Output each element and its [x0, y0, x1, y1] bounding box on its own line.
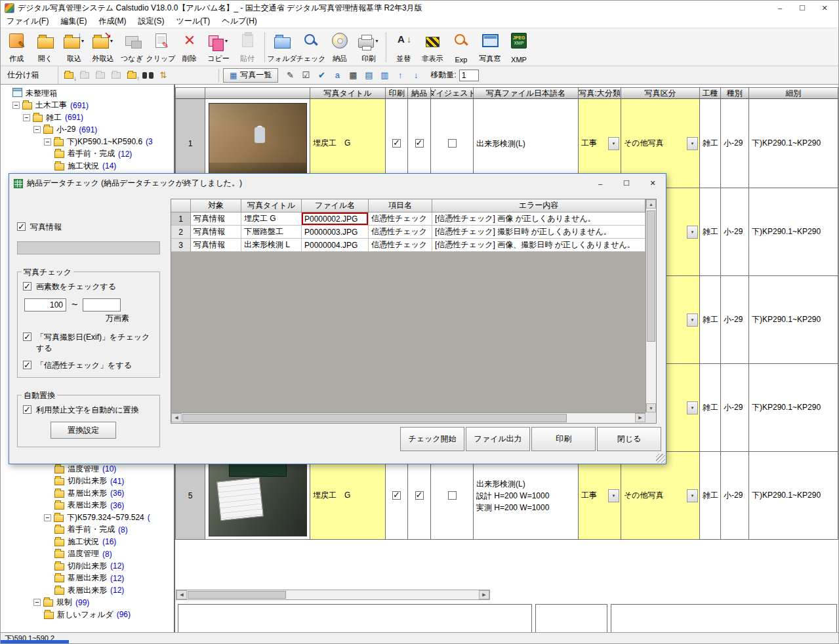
move-amount-input[interactable]: [459, 70, 479, 81]
scroll-right-icon[interactable]: ▶: [635, 413, 645, 422]
move-down-button[interactable]: ↓: [409, 68, 423, 83]
check-mark-button[interactable]: ✔: [314, 68, 329, 83]
tree-item[interactable]: 下)KP590.1~KP590.6(3: [1, 136, 174, 148]
close-button[interactable]: 閉じる: [597, 427, 661, 451]
tree-item[interactable]: 小-29(691): [1, 124, 174, 136]
koushu-cell[interactable]: 雑工: [700, 452, 721, 540]
tree-expander-icon[interactable]: [23, 114, 30, 121]
scroll-up-icon[interactable]: ▲: [646, 199, 656, 209]
hide-button[interactable]: 非表示: [418, 29, 447, 65]
tree-item[interactable]: 新しいフォルダ(96): [1, 609, 174, 621]
open-button[interactable]: 開く: [31, 29, 60, 65]
scroll-left-icon[interactable]: ◀: [171, 413, 182, 422]
error-row[interactable]: 2写真情報下層路盤工P0000003.JPG信憑性チェック[信憑性チェック] 撮…: [171, 226, 645, 239]
menu-create[interactable]: 作成(M): [92, 14, 132, 28]
error-cell[interactable]: 信憑性チェック: [369, 226, 432, 239]
error-row[interactable]: 3写真情報出来形検測 LP0000004.JPG信憑性チェック[信憑性チェック]…: [171, 239, 645, 252]
menu-help[interactable]: ヘルプ(H): [216, 14, 263, 28]
saibetsu-cell[interactable]: 下)KP290.1~KP290: [749, 276, 838, 364]
pixel-min-input[interactable]: [24, 298, 66, 312]
tree-item[interactable]: 切削出来形(12): [1, 560, 174, 573]
scroll-left-icon[interactable]: ◀: [176, 590, 187, 599]
resize-grip[interactable]: [656, 454, 665, 463]
tree-item[interactable]: 表層出来形(36): [1, 500, 174, 512]
clip-button[interactable]: クリップ: [146, 29, 175, 65]
dropdown-button[interactable]: ▼: [687, 401, 698, 414]
tree-item[interactable]: 土木工事(691): [1, 100, 174, 112]
print-button[interactable]: ▼印刷: [354, 29, 383, 65]
exp-button[interactable]: Exp: [447, 29, 476, 65]
row-number[interactable]: 5: [176, 452, 205, 540]
copy-button[interactable]: ▼コピー: [204, 29, 233, 65]
scrollbar-thumb[interactable]: [182, 414, 567, 422]
horizontal-scrollbar[interactable]: ◀ ▶: [176, 590, 490, 600]
credibility-check-checkbox[interactable]: [23, 361, 31, 369]
pixel-check-checkbox[interactable]: [23, 282, 31, 291]
error-horizontal-scrollbar[interactable]: ◀ ▶: [171, 413, 645, 423]
xmp-button[interactable]: XMP: [504, 29, 533, 65]
tree-item[interactable]: 着手前・完成(12): [1, 148, 174, 161]
ext-import-button[interactable]: ▼外取込: [89, 29, 117, 65]
tree-item[interactable]: 下)K579.324~579.524(: [1, 512, 174, 524]
delete-button[interactable]: 削除: [175, 29, 204, 65]
tree-item[interactable]: 施工状況(16): [1, 536, 174, 548]
maximize-button[interactable]: ☐: [791, 1, 813, 15]
photo-kubun-cell[interactable]: その他写真▼: [621, 452, 700, 540]
print-cell[interactable]: [386, 452, 408, 540]
dropdown-button[interactable]: ▼: [608, 489, 619, 502]
scroll-down-icon[interactable]: ▼: [646, 403, 656, 413]
photo-cell[interactable]: [205, 452, 310, 540]
tree-item[interactable]: 雑工(691): [1, 111, 174, 124]
error-cell[interactable]: P0000003.JPG: [302, 226, 369, 239]
error-cell[interactable]: 写真情報: [191, 226, 241, 239]
delivery-checkbox[interactable]: [415, 491, 424, 500]
koushu-cell[interactable]: 雑工: [700, 99, 721, 188]
delete-folder-button[interactable]: [109, 68, 123, 83]
shubetsu-cell[interactable]: 小-29: [721, 276, 749, 364]
print-checkbox[interactable]: [392, 491, 401, 500]
pixel-check-row[interactable]: 画素数をチェックする: [23, 281, 154, 292]
connect-button[interactable]: つなぎ: [117, 29, 146, 65]
dropdown-button[interactable]: ▼: [687, 313, 698, 327]
tree-item[interactable]: 切削出来形(41): [1, 475, 174, 488]
folder-button[interactable]: フォルダ: [268, 29, 297, 65]
dropdown-arrow-icon[interactable]: ▼: [224, 39, 229, 43]
error-cell[interactable]: [信憑性チェック] 画像、撮影日時 が正しくありません。: [432, 239, 645, 252]
saibetsu-cell[interactable]: 下)KP290.1~KP290: [749, 188, 838, 276]
error-cell[interactable]: 信憑性チェック: [369, 239, 432, 252]
export-folder-button[interactable]: ↑: [125, 68, 139, 83]
edit-note-button[interactable]: ✎: [283, 68, 297, 83]
koushu-cell[interactable]: 雑工: [700, 276, 721, 364]
dropdown-button[interactable]: ▼: [687, 489, 698, 502]
photo-thumbnail[interactable]: [209, 103, 307, 184]
scroll-right-icon[interactable]: ▶: [479, 590, 489, 599]
tree-expander-icon[interactable]: [33, 126, 41, 133]
photo-list-button[interactable]: ▦ 写真一覧: [223, 68, 278, 83]
shubetsu-cell[interactable]: 小-29: [721, 99, 749, 188]
shubetsu-cell[interactable]: 小-29: [721, 452, 749, 540]
exif-check-checkbox[interactable]: [23, 332, 31, 341]
error-row-number[interactable]: 2: [171, 226, 191, 239]
menu-edit[interactable]: 編集(E): [54, 14, 92, 28]
error-cell[interactable]: 下層路盤工: [241, 226, 302, 239]
error-cell[interactable]: 写真情報: [191, 212, 241, 226]
tree-item[interactable]: 基層出来形(36): [1, 487, 174, 500]
error-cell[interactable]: [信憑性チェック] 画像 が正しくありません。: [432, 212, 645, 226]
error-row[interactable]: 1写真情報埋戻工 GP0000002.JPG信憑性チェック[信憑性チェック] 画…: [171, 212, 645, 226]
tree-item[interactable]: 温度管理(8): [1, 548, 174, 561]
dialog-maximize-button[interactable]: ☐: [613, 174, 640, 193]
koushu-cell[interactable]: 雑工: [700, 364, 721, 452]
error-cell[interactable]: [信憑性チェック] 撮影日時 が正しくありません。: [432, 226, 645, 239]
error-cell[interactable]: 信憑性チェック: [369, 212, 432, 226]
auto-replace-checkbox[interactable]: [23, 405, 31, 414]
error-vertical-scrollbar[interactable]: ▲ ▼: [645, 199, 656, 413]
tree-expander-icon[interactable]: [12, 102, 20, 109]
check-button[interactable]: チェック: [297, 29, 325, 65]
error-cell[interactable]: 写真情報: [191, 239, 241, 252]
dropdown-arrow-icon[interactable]: ▼: [375, 39, 379, 43]
delivery-checkbox[interactable]: [415, 139, 424, 148]
sort-folders-button[interactable]: ⇅: [156, 68, 171, 83]
koushu-cell[interactable]: 雑工: [700, 188, 721, 276]
dropdown-button[interactable]: ▼: [687, 226, 698, 239]
import-button[interactable]: ▼取込: [60, 29, 89, 65]
